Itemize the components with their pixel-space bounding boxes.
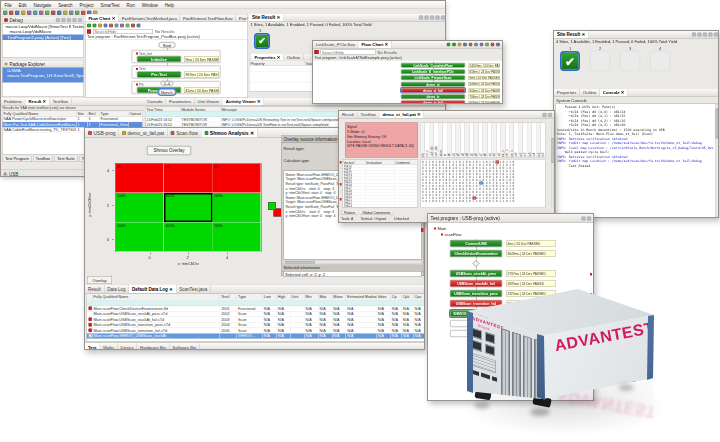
menu-item[interactable]: SmarTest xyxy=(97,2,123,7)
col-type[interactable]: Type xyxy=(100,111,129,116)
toolbar-icon[interactable] xyxy=(474,43,478,47)
flow-canvas[interactable]: Start Test_Init Initialize 9ms | 24 Dev … xyxy=(86,40,248,98)
col-operator[interactable]: Operat xyxy=(129,111,143,116)
bin-tab[interactable]: Device xyxy=(118,343,137,349)
menu-item[interactable]: Help xyxy=(161,2,177,7)
col-instruction[interactable]: Instruction xyxy=(366,160,395,165)
panel-button-icon[interactable] xyxy=(703,33,707,37)
datalog-tab[interactable]: Result xyxy=(85,285,104,294)
col-low[interactable]: Low xyxy=(263,294,277,300)
package-explorer-header[interactable]: Package Explorer xyxy=(3,61,84,68)
panel-button-icon[interactable] xyxy=(430,16,434,20)
panel-button-icon[interactable] xyxy=(441,16,445,20)
log-tab[interactable]: Activity Viewer ✕ xyxy=(223,98,264,105)
col-name[interactable]: Fully Qualified Name xyxy=(3,111,77,116)
shmoo-plot[interactable]: 0%0%0%100%100%100%100%100%100% xyxy=(115,163,262,252)
result-bottom-tab[interactable]: Test Suite xyxy=(54,156,78,162)
toolbar-icon[interactable] xyxy=(447,43,451,47)
bit-grid[interactable]: 0110100101101001011010010110101001011010… xyxy=(420,160,546,208)
toolbar-icon[interactable] xyxy=(15,10,20,15)
panel-button-icon[interactable] xyxy=(62,18,66,22)
panel-button-icon[interactable] xyxy=(419,16,423,20)
minimize-icon[interactable] xyxy=(543,113,547,117)
properties-tab[interactable]: Properties ✕ xyxy=(252,54,284,61)
col-test-time[interactable]: Test Time xyxy=(146,107,181,112)
col-name[interactable]: Fully Qualified Name xyxy=(92,294,220,300)
vector-row[interactable]: 79623 xyxy=(343,205,418,208)
search-input[interactable] xyxy=(93,29,153,34)
site-block[interactable]: 4 xyxy=(650,46,670,71)
shmoo-tab[interactable]: Scan.flow xyxy=(168,128,202,138)
overlay-hscrollbar[interactable] xyxy=(284,261,422,265)
shmoo-cell[interactable]: 0% xyxy=(164,164,213,194)
site-block[interactable]: 2 xyxy=(590,46,610,71)
toolbar-icon[interactable] xyxy=(109,23,113,27)
pattern-scrollbar[interactable] xyxy=(551,123,554,208)
menu-item[interactable]: Edit xyxy=(15,2,30,7)
shmoo-tab[interactable]: USB-prog xyxy=(85,128,119,138)
shmoo-cell[interactable]: 100% xyxy=(116,223,165,252)
toolbar-icon[interactable] xyxy=(137,23,141,27)
toolbar-icon[interactable] xyxy=(33,10,38,15)
menu-item[interactable]: File xyxy=(1,2,15,7)
shmoo-cell[interactable]: 100% xyxy=(213,223,262,252)
col-module[interactable]: Module Series xyxy=(181,107,221,112)
flow-node[interactable]: demo_st_fail xyxy=(401,88,465,93)
toolbar-icon[interactable] xyxy=(98,23,102,27)
panel-button-icon[interactable] xyxy=(67,18,71,22)
toolbar-icon[interactable] xyxy=(39,10,44,15)
panel-button-icon[interactable] xyxy=(709,33,713,37)
log-tab[interactable]: Console xyxy=(144,98,166,105)
site-result-tab[interactable]: Site Result ✕ xyxy=(249,14,284,21)
panel-button-icon[interactable] xyxy=(698,33,702,37)
pattern-bottom-tab[interactable]: Pattern xyxy=(341,210,358,215)
debug-tree-item[interactable]: TestProgram2.prog (Active) [Test] xyxy=(3,35,84,41)
toolbar-icon[interactable] xyxy=(63,10,68,15)
menu-item[interactable]: Window xyxy=(138,2,161,7)
flow-node[interactable]: LinkScale_CompleteFlow xyxy=(401,63,465,68)
toolbar-icon[interactable] xyxy=(485,43,489,47)
toolbar-icon[interactable] xyxy=(480,43,484,47)
maximize-icon[interactable] xyxy=(548,113,552,117)
bin-tab[interactable]: Wafer xyxy=(100,343,118,349)
flow-group-box[interactable]: Test_Init Initialize 9ms | 24 Dev PASSED xyxy=(132,50,221,63)
editor-tab[interactable]: PwrElement.TestFlow.flow xyxy=(180,15,236,22)
result-tab[interactable]: Problems xyxy=(1,98,25,105)
col-min[interactable]: Min xyxy=(304,294,318,300)
maximize-icon[interactable] xyxy=(587,217,591,221)
toolbar-icon[interactable] xyxy=(93,23,97,27)
flow-node[interactable]: LinkScale_PrepareScan xyxy=(401,76,465,81)
shmoo-cell[interactable]: 100% xyxy=(164,193,213,223)
panel-button-icon[interactable] xyxy=(714,33,718,37)
col-site[interactable]: Site xyxy=(77,111,88,116)
col-cpk[interactable]: Cpk xyxy=(402,294,414,300)
console-tab[interactable]: Properties xyxy=(554,89,580,96)
toolbar-icon[interactable] xyxy=(115,23,119,27)
bin-tab[interactable]: Hardware Bin xyxy=(137,343,169,349)
shmoo-tab[interactable]: demo_st_fail.pat xyxy=(119,128,168,138)
shmoo-cell[interactable]: 100% xyxy=(213,193,262,223)
log-tab[interactable]: Parameters xyxy=(166,98,194,105)
shmoo-cell[interactable]: 100% xyxy=(116,193,165,223)
bin-tab[interactable]: Software Bin xyxy=(169,343,200,349)
pattern-tab[interactable]: Testflow xyxy=(358,111,380,118)
toolbar-icon[interactable] xyxy=(27,10,32,15)
site-status-box[interactable] xyxy=(590,51,610,71)
col-max[interactable]: Max xyxy=(318,294,332,300)
flow-loop-node[interactable]: 1..4 xyxy=(161,81,174,86)
toolbar-icon[interactable] xyxy=(87,23,91,27)
toolbar-icon[interactable] xyxy=(126,23,130,27)
properties-tab[interactable]: Outline xyxy=(284,54,304,61)
editor-tab[interactable]: PwrTestMethod.java xyxy=(236,15,247,22)
editor-tab[interactable]: Flow Chart ✕ xyxy=(86,15,119,22)
linkscale-tab[interactable]: Flow Chart ✕ xyxy=(358,41,391,48)
flow-node[interactable]: demo_tr_fail xyxy=(401,101,465,104)
flow-node[interactable]: demo_st xyxy=(401,82,465,87)
col-unit[interactable]: Unit xyxy=(291,294,305,300)
shmoo-cell[interactable]: 0% xyxy=(213,164,262,194)
col-comment[interactable]: Comment xyxy=(395,160,418,165)
panel-button-icon[interactable] xyxy=(436,16,440,20)
col-mean[interactable]: Mean xyxy=(332,294,346,300)
overlay-tab[interactable]: Overlay xyxy=(87,276,112,284)
menu-item[interactable]: Run xyxy=(123,2,138,7)
